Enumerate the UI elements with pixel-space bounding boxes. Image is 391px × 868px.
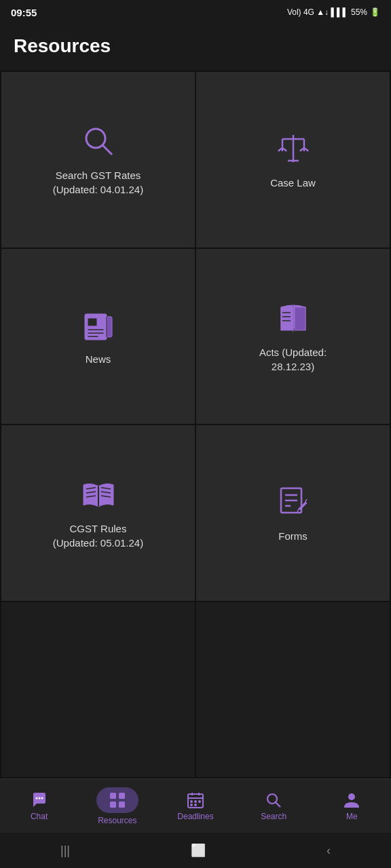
battery-icon: 🔋 (370, 7, 380, 17)
svg-point-48 (195, 804, 196, 806)
nav-me[interactable]: Me (313, 786, 391, 827)
case-law-icon (274, 130, 312, 167)
svg-rect-10 (88, 329, 104, 331)
card-label-acts: Acts (Updated:28.12.23) (259, 345, 327, 374)
card-news[interactable]: News (1, 249, 195, 425)
me-nav-icon-wrap (343, 791, 360, 809)
nav-search[interactable]: Search (235, 786, 313, 827)
card-acts[interactable]: Acts (Updated:28.12.23) (196, 249, 390, 425)
nav-resources-label: Resources (98, 816, 136, 825)
svg-point-44 (191, 801, 192, 802)
svg-point-33 (35, 797, 37, 799)
card-forms[interactable]: Forms (196, 425, 390, 601)
card-label-search-gst: Search GST Rates(Updated: 04.01.24) (53, 168, 143, 197)
nav-chat[interactable]: Chat (0, 786, 78, 827)
person-icon (343, 791, 360, 809)
search-nav-icon-wrap (265, 791, 282, 809)
svg-point-51 (348, 793, 355, 800)
forms-icon (274, 483, 312, 521)
system-nav-back[interactable]: ‹ (327, 844, 331, 858)
svg-rect-15 (281, 307, 293, 330)
bottom-nav: Chat Resources (0, 778, 391, 833)
svg-rect-13 (107, 317, 112, 337)
nav-search-label: Search (261, 812, 286, 821)
nav-resources[interactable]: Resources (78, 782, 156, 831)
resources-grid: Search GST Rates(Updated: 04.01.24) Case… (0, 71, 391, 778)
grid-icon (109, 791, 126, 809)
signal-icon: Vol) 4G ▲↓ ▌▌▌ (287, 7, 348, 17)
page-title-area: Resources (0, 24, 391, 71)
svg-rect-11 (88, 332, 104, 334)
svg-line-32 (305, 499, 307, 502)
acts-icon (274, 299, 312, 337)
card-case-law[interactable]: Case Law (196, 72, 390, 248)
svg-point-34 (38, 797, 40, 799)
svg-line-50 (276, 802, 281, 807)
svg-rect-37 (119, 793, 125, 799)
system-nav-bar: ||| ⬜ ‹ (0, 833, 391, 868)
svg-rect-38 (110, 802, 116, 808)
resources-nav-icon-wrap (96, 787, 138, 813)
deadlines-nav-icon-wrap (187, 791, 204, 809)
card-label-case-law: Case Law (270, 176, 316, 190)
system-nav-recent[interactable]: ||| (60, 844, 70, 858)
nav-deadlines[interactable]: Deadlines (156, 786, 234, 827)
svg-point-35 (41, 797, 43, 799)
svg-rect-12 (88, 336, 98, 338)
svg-rect-9 (88, 318, 97, 326)
svg-point-49 (267, 794, 277, 804)
system-nav-home[interactable]: ⬜ (191, 843, 206, 858)
chat-nav-icon-wrap (31, 791, 48, 809)
svg-rect-36 (110, 793, 116, 799)
page-title: Resources (14, 35, 377, 57)
svg-point-0 (86, 129, 105, 148)
svg-line-1 (103, 145, 112, 155)
search-gst-icon (79, 122, 117, 160)
cgst-rules-icon (79, 475, 117, 513)
chat-icon (31, 791, 48, 809)
nav-me-label: Me (346, 812, 358, 821)
status-icons: Vol) 4G ▲↓ ▌▌▌ 55% 🔋 (287, 7, 380, 17)
svg-rect-16 (295, 307, 305, 330)
svg-point-45 (195, 801, 196, 802)
svg-point-46 (199, 801, 200, 802)
svg-rect-39 (119, 802, 125, 808)
status-time: 09:55 (11, 7, 37, 18)
svg-point-47 (191, 804, 192, 806)
card-label-cgst-rules: CGST Rules(Updated: 05.01.24) (53, 521, 143, 550)
card-placeholder-1 (1, 602, 195, 778)
card-label-news: News (86, 352, 111, 366)
search-nav-icon (265, 791, 282, 809)
card-search-gst[interactable]: Search GST Rates(Updated: 04.01.24) (1, 72, 195, 248)
battery-indicator: 55% (351, 7, 367, 17)
card-cgst-rules[interactable]: CGST Rules(Updated: 05.01.24) (1, 425, 195, 601)
card-placeholder-2 (196, 602, 390, 778)
nav-deadlines-label: Deadlines (177, 812, 213, 821)
news-icon (79, 306, 117, 344)
card-label-forms: Forms (278, 529, 308, 543)
status-bar: 09:55 Vol) 4G ▲↓ ▌▌▌ 55% 🔋 (0, 0, 391, 24)
calendar-icon (187, 791, 204, 809)
nav-chat-label: Chat (31, 812, 48, 821)
